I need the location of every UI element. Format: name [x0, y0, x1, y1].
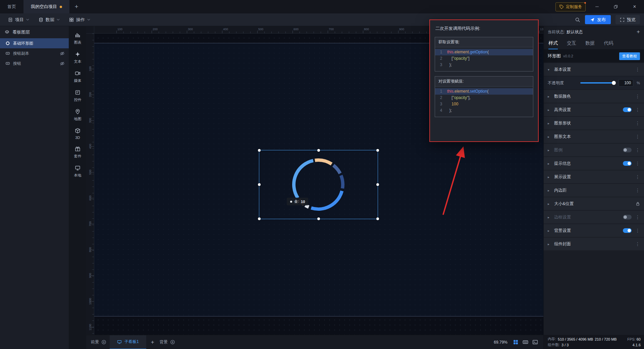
opacity-slider[interactable] — [580, 82, 615, 84]
section-menu-icon[interactable]: ⋮ — [635, 174, 640, 179]
expand-arrow-icon[interactable]: ▾ — [548, 68, 551, 71]
panel-section[interactable]: ▸高亮设置⋮ — [544, 103, 644, 116]
expand-arrow-icon[interactable]: ▸ — [548, 95, 551, 98]
section-menu-icon[interactable]: ⋮ — [635, 148, 640, 152]
layer-item-1[interactable]: 基础环形图 — [0, 38, 69, 48]
section-toggle[interactable] — [623, 161, 632, 166]
resize-handle-sw[interactable] — [258, 217, 261, 220]
custom-service-badge[interactable]: 定制服务 — [555, 2, 586, 11]
resize-handle-nw[interactable] — [258, 149, 261, 152]
section-menu-icon[interactable]: ⋮ — [635, 107, 640, 112]
lock-icon[interactable] — [636, 202, 640, 206]
publish-button[interactable]: 发布 — [585, 15, 611, 24]
panel-section[interactable]: ▸提示信息⋮ — [544, 157, 644, 170]
expand-arrow-icon[interactable]: ▸ — [548, 108, 551, 112]
expand-arrow-icon[interactable]: ▸ — [548, 135, 551, 139]
search-button[interactable] — [575, 17, 580, 22]
add-state-button[interactable]: + — [637, 29, 640, 35]
panel-section[interactable]: ▸图形形状⋮ — [544, 117, 644, 130]
menubar-item-3[interactable]: 操作 — [64, 13, 95, 26]
foreground-group[interactable]: 前景 — [91, 339, 106, 345]
expand-arrow-icon[interactable]: ▸ — [548, 189, 551, 192]
section-menu-icon[interactable]: ⋮ — [635, 134, 640, 139]
panel-section[interactable]: ▸边框设置⋮ — [544, 211, 644, 223]
selection-box[interactable] — [259, 150, 378, 219]
panel-tab-3[interactable]: 数据 — [585, 40, 595, 49]
code-line: 3 ); — [435, 62, 533, 68]
expand-arrow-icon[interactable]: ▸ — [548, 202, 551, 206]
background-group[interactable]: 背景 — [160, 339, 175, 345]
state-value[interactable]: 默认状态 — [567, 29, 583, 35]
add-circle-icon[interactable] — [101, 340, 106, 345]
menubar-item-1[interactable]: 项目 — [3, 13, 34, 26]
panel-section[interactable]: ▾基本设置⋮ — [544, 63, 644, 76]
section-toggle[interactable] — [623, 107, 632, 112]
keyboard-icon[interactable] — [523, 339, 528, 345]
panel-tab-4[interactable]: 代码 — [604, 40, 613, 49]
layer-item-2[interactable]: 按钮副本 — [0, 48, 69, 58]
menubar-item-2[interactable]: 数据 — [34, 13, 64, 26]
toolbox-item-2[interactable]: 文本 — [69, 48, 86, 67]
tutorial-button[interactable]: 查看教程 — [619, 52, 640, 60]
toolbox-item-5[interactable]: 地图 — [69, 105, 86, 124]
toolbox-item-6[interactable]: 3D — [69, 124, 86, 143]
section-menu-icon[interactable]: ⋮ — [635, 188, 640, 193]
eye-off-icon[interactable] — [60, 61, 65, 66]
console-icon[interactable] — [532, 339, 538, 345]
preview-button[interactable]: 预览 — [615, 15, 640, 24]
close-button[interactable]: × — [627, 0, 642, 13]
section-toggle[interactable] — [623, 228, 632, 233]
titlebar-tab-1[interactable]: 首页 — [0, 0, 23, 13]
expand-arrow-icon[interactable]: ▸ — [548, 175, 551, 179]
panel-tab-2[interactable]: 交互 — [567, 40, 576, 49]
eye-off-icon[interactable] — [60, 51, 65, 56]
expand-arrow-icon[interactable]: ▸ — [548, 121, 551, 125]
section-toggle[interactable] — [623, 215, 632, 219]
opacity-value-input[interactable]: 100 — [619, 79, 633, 87]
resize-handle-e[interactable] — [376, 183, 379, 186]
minimize-button[interactable] — [590, 0, 604, 13]
resize-handle-n[interactable] — [317, 149, 320, 152]
section-menu-icon[interactable]: ⋮ — [635, 242, 640, 246]
new-project-tab-button[interactable]: + — [69, 0, 84, 13]
toolbox-item-7[interactable]: 套件 — [69, 143, 86, 162]
panel-section[interactable]: ▸图例⋮ — [544, 144, 644, 156]
panel-tab-1[interactable]: 样式 — [548, 40, 558, 49]
panel-section[interactable]: ▸大小&位置 — [544, 197, 644, 210]
expand-arrow-icon[interactable]: ▸ — [548, 215, 551, 219]
toolbox-item-1[interactable]: 图表 — [69, 29, 86, 48]
resize-handle-w[interactable] — [258, 183, 261, 186]
section-menu-icon[interactable]: ⋮ — [635, 228, 640, 233]
panel-section[interactable]: ▸数据颜色⋮ — [544, 90, 644, 103]
board-tab-active[interactable]: 子看板1 — [110, 335, 146, 349]
expand-arrow-icon[interactable]: ▸ — [548, 242, 551, 246]
grid-view-icon[interactable] — [513, 339, 519, 345]
expand-arrow-icon[interactable]: ▸ — [548, 148, 551, 152]
toolbox-item-8[interactable]: 本地 — [69, 162, 86, 181]
panel-section[interactable]: ▸组件封面⋮ — [544, 238, 644, 250]
section-menu-icon[interactable]: ⋮ — [635, 94, 640, 99]
expand-arrow-icon[interactable]: ▸ — [548, 229, 551, 233]
layer-item-3[interactable]: 按钮 — [0, 58, 69, 68]
add-circle-icon[interactable] — [170, 340, 175, 345]
panel-section[interactable]: ▸背景设置⋮ — [544, 224, 644, 237]
panel-section[interactable]: ▸图形文本⋮ — [544, 130, 644, 143]
zoom-level[interactable]: 69.79% — [494, 340, 507, 345]
resize-handle-se[interactable] — [376, 217, 379, 220]
expand-arrow-icon[interactable]: ▸ — [548, 162, 551, 165]
toolbox-item-4[interactable]: 控件 — [69, 86, 86, 105]
section-menu-icon[interactable]: ⋮ — [635, 67, 640, 72]
toolbox-item-3[interactable]: 媒体 — [69, 67, 86, 86]
add-board-button[interactable]: + — [148, 339, 158, 346]
section-menu-icon[interactable]: ⋮ — [635, 121, 640, 126]
panel-section[interactable]: ▸展示设置⋮ — [544, 170, 644, 183]
resize-handle-ne[interactable] — [376, 149, 379, 152]
panel-section[interactable]: ▸内边距⋮ — [544, 184, 644, 197]
section-menu-icon[interactable]: ⋮ — [635, 215, 640, 219]
titlebar-right: 定制服务 × — [555, 0, 644, 13]
maximize-button[interactable] — [608, 0, 623, 13]
section-toggle[interactable] — [623, 148, 632, 152]
resize-handle-s[interactable] — [317, 217, 320, 220]
section-menu-icon[interactable]: ⋮ — [635, 161, 640, 166]
titlebar-tab-2[interactable]: 我的空白项目 — [23, 0, 69, 13]
